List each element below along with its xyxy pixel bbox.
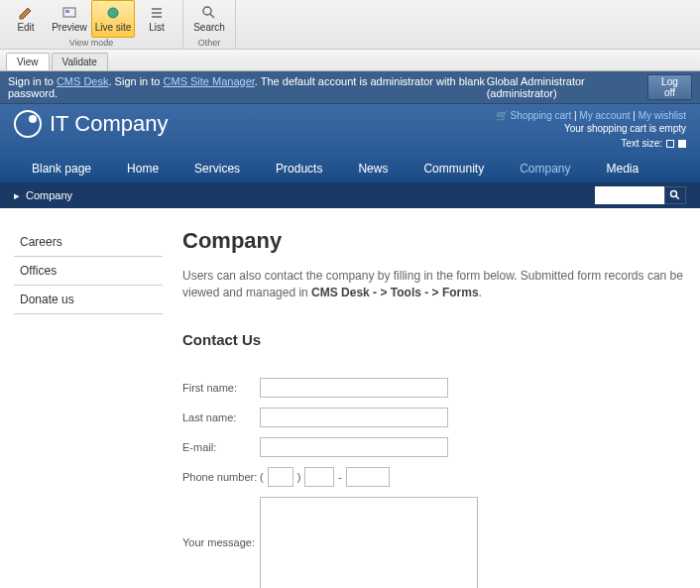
search-button[interactable]: Search [187,0,231,38]
sidebar: Careers Offices Donate us [14,228,163,588]
nav-services[interactable]: Services [176,155,258,182]
cart-icon: 🛒 [496,110,508,121]
edit-icon [18,5,34,21]
sidebar-item-careers[interactable]: Careers [14,228,163,257]
svg-point-2 [108,8,118,18]
list-button[interactable]: List [135,0,178,38]
phone-prefix-input[interactable] [304,467,334,487]
cms-site-manager-link[interactable]: CMS Site Manager [164,75,255,87]
phone-area-input[interactable] [268,467,293,487]
last-name-input[interactable] [260,408,448,427]
nav-home[interactable]: Home [109,155,176,182]
main-content: Company Users can also contact the compa… [182,228,686,588]
nav-media[interactable]: Media [589,155,657,182]
magnifier-icon [669,189,681,201]
nav-news[interactable]: News [340,155,406,182]
tab-validate[interactable]: Validate [52,53,108,70]
site-name: IT Company [50,111,168,137]
label-email: E-mail: [182,441,260,453]
svg-rect-1 [65,10,69,13]
page-title: Company [182,228,686,254]
current-user: Global Administrator (administrator) [487,75,640,99]
signin-bar: Sign in to CMS Desk. Sign in to CMS Site… [0,71,700,104]
edit-button[interactable]: Edit [4,0,48,38]
logoff-button[interactable]: Log off [647,74,692,100]
my-account-link[interactable]: My account [579,110,630,121]
breadcrumb-bar: ▸ Company [0,182,700,208]
preview-button[interactable]: Preview [48,0,91,38]
label-message: Your message: [182,497,260,548]
mode-tabs: View Validate [0,50,700,71]
breadcrumb-current: Company [26,189,72,201]
ribbon-group-label-other: Other [198,38,221,49]
livesite-button[interactable]: Live site [91,0,135,38]
nav-company[interactable]: Company [502,155,588,182]
phone-line-input[interactable] [346,467,390,487]
logo-icon [14,110,42,138]
page-intro: Users can also contact the company by fi… [182,268,686,301]
nav-community[interactable]: Community [406,155,502,182]
textsize-label: Text size: [621,138,662,149]
sidebar-item-offices[interactable]: Offices [14,257,163,286]
breadcrumb-arrow-icon: ▸ [14,189,20,202]
my-wishlist-link[interactable]: My wishlist [639,110,686,121]
email-input[interactable] [260,437,448,457]
nav-products[interactable]: Products [258,155,340,182]
textsize-large[interactable] [678,140,686,148]
tab-view[interactable]: View [6,53,50,70]
site-header: IT Company 🛒 Shopping cart | My account … [0,104,700,155]
svg-point-3 [203,7,211,15]
cms-desk-link[interactable]: CMS Desk [57,75,109,87]
label-phone: Phone number: [182,471,260,483]
site-search-input[interactable] [595,186,664,204]
livesite-icon [105,5,121,21]
search-icon [201,5,217,21]
list-icon [149,5,165,21]
first-name-input[interactable] [260,378,448,398]
preview-icon [61,5,77,21]
svg-point-4 [671,191,677,197]
section-title: Contact Us [182,331,686,348]
main-nav: Blank page Home Services Products News C… [0,155,700,182]
ribbon-toolbar: Edit Preview Live site List View mode Se… [0,0,700,50]
signin-message: Sign in to CMS Desk. Sign in to CMS Site… [8,75,487,99]
cart-empty-message: Your shopping cart is empty [496,123,686,134]
textsize-small[interactable] [666,140,674,148]
label-first-name: First name: [182,382,260,394]
site-search-button[interactable] [664,186,686,204]
shopping-cart-link[interactable]: Shopping cart [510,110,571,121]
ribbon-group-label-viewmode: View mode [69,38,113,49]
message-textarea[interactable] [260,497,478,588]
nav-blank-page[interactable]: Blank page [14,155,109,182]
label-last-name: Last name: [182,412,260,423]
sidebar-item-donate[interactable]: Donate us [14,286,163,314]
